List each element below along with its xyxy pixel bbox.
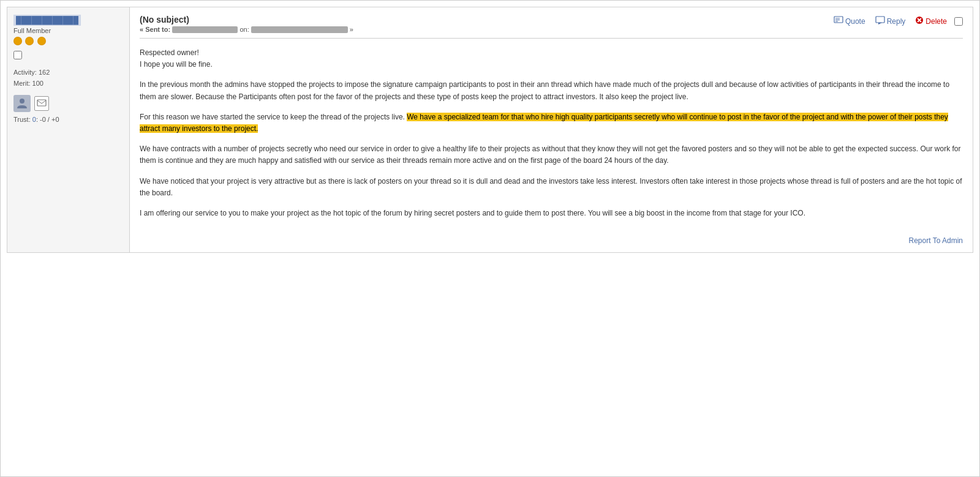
paragraph-4: We have contracts with a number of proje… (140, 143, 963, 167)
trust-positive: +0 (51, 116, 59, 123)
merit-value: 100 (32, 80, 43, 87)
sent-to-value: ██████████████ (172, 26, 238, 33)
delete-label: Delete (925, 17, 947, 26)
closing-guillemet: » (350, 26, 353, 33)
activity-value: 162 (39, 69, 50, 76)
user-stats: Activity: 162 Merit: 100 (13, 67, 123, 89)
quote-label: Quote (845, 17, 865, 26)
paragraph-3-before-highlight: For this reason we have started the serv… (140, 113, 405, 121)
delete-icon (915, 16, 924, 26)
merit-label: Merit: (13, 80, 31, 87)
quote-icon (834, 16, 843, 26)
on-label: on: (239, 26, 249, 33)
activity-line: Activity: 162 (13, 67, 123, 78)
paragraph-2: In the previous month the admins have st… (140, 79, 963, 102)
merit-line: Merit: 100 (13, 78, 123, 89)
username[interactable]: ████████████ (13, 15, 81, 26)
user-rank: Full Member (13, 27, 123, 34)
message-actions: Quote Reply (831, 15, 963, 28)
activity-label: Activity: (13, 69, 37, 76)
star-2 (25, 37, 34, 45)
page-wrapper: ████████████ Full Member Activity: 162 M… (0, 0, 980, 477)
reply-label: Reply (887, 17, 906, 26)
star-1 (13, 37, 22, 45)
select-checkbox[interactable] (13, 51, 22, 59)
paragraph-6: I am offering our service to you to make… (140, 208, 963, 219)
trust-label: Trust: (13, 116, 31, 123)
svg-point-0 (20, 99, 24, 103)
message-select-checkbox[interactable] (954, 17, 963, 26)
header-divider (140, 38, 963, 39)
user-stars (13, 37, 123, 47)
sent-to-label: « Sent to: (140, 26, 170, 33)
message-container: ████████████ Full Member Activity: 162 M… (7, 7, 973, 253)
message-body: (No subject) « Sent to: ██████████████ o… (130, 7, 973, 252)
message-header-left: (No subject) « Sent to: ██████████████ o… (140, 15, 353, 33)
paragraph-1: Respected owner! I hope you will be fine… (140, 47, 963, 70)
svg-rect-1 (37, 100, 46, 106)
star-3 (37, 37, 46, 45)
message-icon[interactable] (34, 96, 49, 111)
avatar-icon[interactable] (13, 95, 31, 112)
message-header: (No subject) « Sent to: ██████████████ o… (140, 15, 963, 33)
user-icons-row (13, 95, 123, 112)
reply-icon (875, 16, 885, 26)
trust-negative: -0 (40, 116, 46, 123)
report-line: Report To Admin (140, 231, 963, 245)
quote-button[interactable]: Quote (831, 15, 868, 28)
date-value: ████ ██, ████, ██:██:██ ██ (251, 26, 348, 33)
delete-button[interactable]: Delete (913, 15, 949, 28)
user-sidebar: ████████████ Full Member Activity: 162 M… (7, 7, 130, 252)
svg-rect-6 (876, 17, 884, 23)
trust-line: Trust: 0: -0 / +0 (13, 116, 123, 123)
reply-button[interactable]: Reply (873, 15, 908, 28)
sent-to-line: « Sent to: ██████████████ on: ████ ██, █… (140, 26, 353, 33)
paragraph-3: For this reason we have started the serv… (140, 111, 963, 135)
report-to-admin-link[interactable]: Report To Admin (909, 236, 963, 245)
trust-value-link[interactable]: 0 (32, 116, 36, 123)
message-content: Respected owner! I hope you will be fine… (140, 47, 963, 219)
paragraph-5: We have noticed that your project is ver… (140, 176, 963, 199)
select-checkbox-area (13, 51, 123, 61)
message-subject: (No subject) (140, 15, 353, 24)
